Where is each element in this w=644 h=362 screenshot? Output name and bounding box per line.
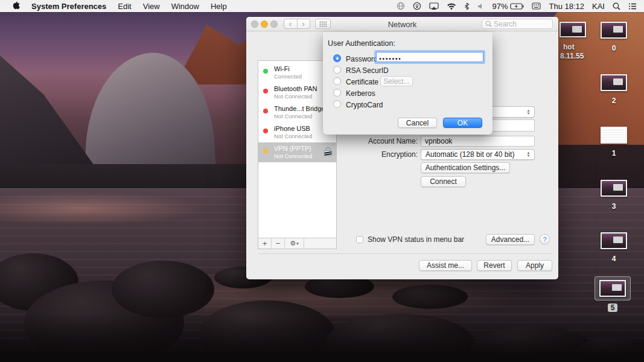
menu-item-edit[interactable]: Edit: [118, 2, 131, 11]
radio-certificate[interactable]: [333, 77, 341, 85]
screenshot-thumbnail: [601, 22, 627, 39]
gear-icon: ⚙: [290, 240, 296, 247]
encryption-popup[interactable]: Automatic (128 bit or 40 bit) ▲▼: [421, 149, 535, 160]
show-vpn-status-label: Show VPN status in menu bar: [368, 235, 464, 244]
vpn-lock-icon: [323, 147, 333, 156]
desktop-icon-label: 5: [608, 303, 618, 312]
desktop-icon-screenshot[interactable]: hot 8.11.55: [558, 22, 595, 60]
screenshot-thumbnail: [601, 74, 627, 91]
menu-bar-clock[interactable]: Thu 18:12: [549, 2, 584, 11]
help-button[interactable]: ?: [540, 234, 550, 244]
show-vpn-status-checkbox[interactable]: [356, 236, 363, 243]
desktop-icon[interactable]: 1: [596, 127, 631, 157]
screenshot-thumbnail: [601, 180, 627, 197]
radio-kerberos-label[interactable]: Kerberos: [346, 89, 375, 98]
globe-icon[interactable]: [397, 2, 405, 10]
service-actions-menu-button[interactable]: ⚙▾: [285, 238, 304, 249]
radio-cryptocard-label[interactable]: CryptoCard: [346, 101, 383, 109]
apply-button[interactable]: Apply: [517, 260, 552, 271]
desktop-icon-selected[interactable]: 5: [595, 276, 630, 312]
desktop-icon-label: 4: [612, 255, 616, 263]
radio-certificate-label[interactable]: Certificate: [346, 78, 378, 86]
volume-muted-icon[interactable]: [477, 3, 484, 10]
status-dot-disconnected: [263, 129, 268, 133]
authentication-settings-button[interactable]: Authentication Settings...: [421, 162, 510, 173]
assist-me-button[interactable]: Assist me...: [419, 260, 472, 271]
search-icon: [485, 21, 492, 27]
menu-item-help[interactable]: Help: [211, 2, 227, 11]
forward-button[interactable]: ›: [298, 19, 310, 28]
radio-cryptocard[interactable]: [333, 100, 341, 108]
menu-item-window[interactable]: Window: [171, 2, 199, 11]
wallpaper-reflection: [0, 192, 205, 225]
ok-button[interactable]: OK: [443, 118, 482, 128]
show-vpn-status-checkbox-row: Show VPN status in menu bar: [356, 235, 464, 244]
icon-selection-highlight: [595, 276, 631, 300]
menu-item-view[interactable]: View: [143, 2, 160, 11]
fast-user-switch-label[interactable]: KAI: [592, 2, 605, 11]
sheet-title: User Authentication:: [328, 39, 395, 48]
navigation-buttons: ‹ ›: [284, 19, 310, 29]
desktop-icon-label: 3: [612, 202, 616, 211]
desktop-icon[interactable]: 2: [596, 74, 631, 105]
status-dot-idle: [263, 148, 268, 153]
search-field[interactable]: [482, 19, 553, 29]
network-preferences-window: ‹ › Network Wi-Fi Connected: [246, 17, 558, 279]
select-certificate-button[interactable]: Select...: [380, 76, 413, 86]
revert-button[interactable]: Revert: [477, 260, 512, 271]
radio-kerberos[interactable]: [333, 89, 341, 97]
encryption-value: Automatic (128 bit or 40 bit): [426, 150, 514, 159]
screenshot-thumbnail: [601, 127, 627, 144]
zoom-button[interactable]: [270, 21, 278, 28]
close-button[interactable]: [251, 21, 258, 28]
apple-menu-icon[interactable]: [12, 1, 20, 11]
service-row-vpn-pptp[interactable]: VPN (PPTP) Not Connected: [258, 142, 336, 162]
menu-item-app-name[interactable]: System Preferences: [31, 2, 106, 11]
bluetooth-icon[interactable]: [464, 2, 470, 10]
footer-divider: [258, 253, 552, 254]
desktop-icon-label: 8.11.55: [560, 52, 584, 60]
status-dot-connected: [263, 69, 268, 74]
desktop-icon-label: 2: [612, 97, 616, 105]
input-source-icon[interactable]: [532, 2, 541, 10]
radio-rsa-securid-label[interactable]: RSA SecurID: [346, 66, 389, 75]
radio-password-label[interactable]: Password:: [346, 55, 380, 63]
wifi-icon[interactable]: [447, 2, 456, 10]
remove-service-button[interactable]: −: [272, 238, 285, 249]
desktop-icon-label: hot: [563, 43, 575, 51]
search-input[interactable]: [494, 20, 542, 28]
password-input[interactable]: [377, 54, 483, 63]
account-name-value: vpnbook: [425, 137, 452, 145]
airplay-display-icon[interactable]: [429, 2, 439, 10]
menu-bar: System Preferences Edit View Window Help: [0, 0, 644, 12]
window-toolbar: ‹ › Network: [246, 17, 558, 31]
wallpaper-rock: [392, 285, 468, 309]
advanced-button[interactable]: Advanced...: [486, 234, 535, 245]
radio-password[interactable]: [333, 54, 341, 62]
minimize-button[interactable]: [261, 21, 268, 28]
screenshot-thumbnail: [601, 232, 627, 249]
popup-stepper-icon: ▲▼: [524, 151, 532, 158]
back-button[interactable]: ‹: [284, 19, 298, 28]
personal-hotspot-icon[interactable]: [413, 2, 421, 10]
cancel-button[interactable]: Cancel: [398, 118, 437, 128]
desktop-icon-label: 0: [612, 44, 616, 52]
connect-button[interactable]: Connect: [421, 176, 466, 187]
battery-status[interactable]: 97%: [492, 2, 524, 11]
notification-center-icon[interactable]: [628, 3, 637, 10]
desktop-icon-label: 1: [612, 149, 616, 157]
account-name-field[interactable]: vpnbook: [421, 136, 535, 147]
chevron-down-icon: ▾: [296, 241, 299, 246]
status-dot-disconnected: [263, 109, 268, 113]
show-all-button[interactable]: [315, 19, 331, 29]
battery-charging-icon: [510, 3, 524, 10]
radio-rsa-securid[interactable]: [333, 66, 341, 74]
desktop-icon[interactable]: 4: [596, 232, 631, 263]
spotlight-search-icon[interactable]: [613, 2, 620, 10]
desktop-icon[interactable]: 0: [596, 22, 631, 52]
desktop-icon[interactable]: 3: [596, 180, 631, 211]
add-service-button[interactable]: +: [258, 238, 272, 249]
screen: hot 8.11.55 0 2 1 3 4 5 System Preferenc…: [0, 0, 644, 362]
password-field[interactable]: [376, 52, 483, 62]
account-name-label: Account Name:: [337, 137, 418, 145]
